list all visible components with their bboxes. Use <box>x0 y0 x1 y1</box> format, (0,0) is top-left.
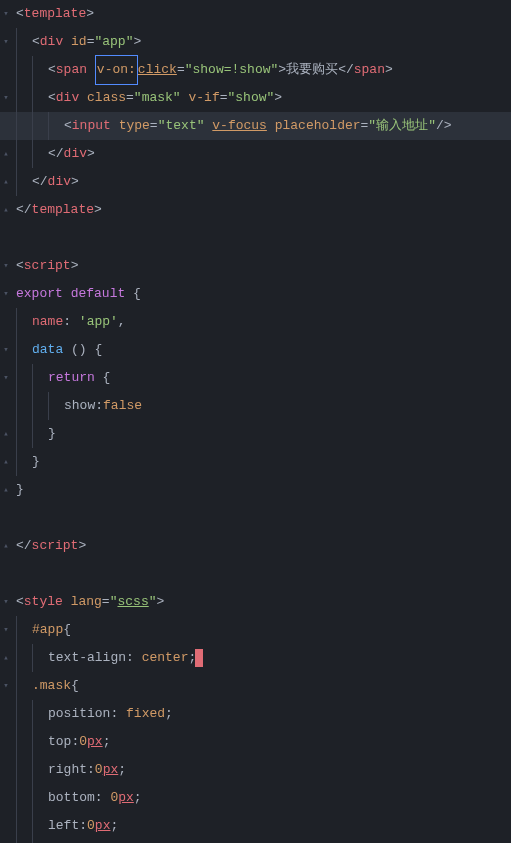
code-line[interactable]: name: 'app', <box>0 308 511 336</box>
token-tag: div <box>40 34 63 49</box>
fold-close-icon[interactable]: ▴ <box>3 644 8 672</box>
code-content[interactable]: data () { <box>12 336 511 364</box>
code-content[interactable]: return { <box>12 364 511 392</box>
code-content[interactable]: left:0px; <box>12 812 511 840</box>
code-content[interactable]: top:0px; <box>12 728 511 756</box>
code-content[interactable]: #app{ <box>12 616 511 644</box>
fold-close-icon[interactable]: ▴ <box>3 448 8 476</box>
fold-gutter[interactable]: ▾ <box>0 28 12 56</box>
code-content[interactable]: text-align: center; <box>12 644 511 672</box>
fold-open-icon[interactable]: ▾ <box>3 280 8 308</box>
code-line[interactable]: ▾<style lang="scss"> <box>0 588 511 616</box>
fold-close-icon[interactable]: ▴ <box>3 532 8 560</box>
fold-close-icon[interactable]: ▴ <box>3 196 8 224</box>
fold-open-icon[interactable]: ▾ <box>3 252 8 280</box>
code-content[interactable]: bottom: 0px; <box>12 784 511 812</box>
fold-open-icon[interactable]: ▾ <box>3 672 8 700</box>
code-content[interactable]: </div> <box>12 168 511 196</box>
fold-close-icon[interactable]: ▴ <box>3 420 8 448</box>
code-line[interactable]: ▴text-align: center; <box>0 644 511 672</box>
code-line[interactable]: <span v-on:click="show=!show">我要购买</span… <box>0 56 511 84</box>
code-line[interactable] <box>0 504 511 532</box>
fold-close-icon[interactable]: ▴ <box>3 476 8 504</box>
code-content[interactable]: <div class="mask" v-if="show"> <box>12 84 511 112</box>
fold-open-icon[interactable]: ▾ <box>3 0 8 28</box>
code-line[interactable]: ▴} <box>0 476 511 504</box>
code-content[interactable]: .mask{ <box>12 672 511 700</box>
selection-box: v-on: <box>95 55 138 85</box>
code-line[interactable]: ▾<div class="mask" v-if="show"> <box>0 84 511 112</box>
code-line[interactable]: ▴</template> <box>0 196 511 224</box>
fold-gutter[interactable]: ▴ <box>0 420 12 448</box>
code-line[interactable]: ▾return { <box>0 364 511 392</box>
fold-open-icon[interactable]: ▾ <box>3 336 8 364</box>
token-kw: default <box>71 286 126 301</box>
code-line[interactable]: ▾data () { <box>0 336 511 364</box>
fold-open-icon[interactable]: ▾ <box>3 588 8 616</box>
code-line[interactable]: show:false <box>0 392 511 420</box>
code-line[interactable]: ▴</div> <box>0 140 511 168</box>
code-line[interactable]: ▾export default { <box>0 280 511 308</box>
code-line[interactable] <box>0 560 511 588</box>
code-line[interactable] <box>0 224 511 252</box>
code-line[interactable]: right:0px; <box>0 756 511 784</box>
fold-gutter[interactable]: ▾ <box>0 252 12 280</box>
code-content[interactable]: </script> <box>12 532 511 560</box>
fold-gutter[interactable]: ▴ <box>0 196 12 224</box>
code-content[interactable]: <script> <box>12 252 511 280</box>
fold-open-icon[interactable]: ▾ <box>3 616 8 644</box>
code-content[interactable]: } <box>12 420 511 448</box>
code-line[interactable]: <input type="text" v-focus placeholder="… <box>0 112 511 140</box>
code-content[interactable]: <div id="app"> <box>12 28 511 56</box>
fold-gutter[interactable]: ▾ <box>0 672 12 700</box>
fold-gutter[interactable]: ▾ <box>0 84 12 112</box>
code-line[interactable]: ▴</div> <box>0 168 511 196</box>
code-line[interactable]: ▴} <box>0 448 511 476</box>
fold-gutter[interactable]: ▴ <box>0 448 12 476</box>
code-content[interactable]: show:false <box>12 392 511 420</box>
fold-gutter[interactable]: ▾ <box>0 364 12 392</box>
code-content[interactable]: right:0px; <box>12 756 511 784</box>
fold-gutter[interactable]: ▾ <box>0 616 12 644</box>
fold-gutter[interactable]: ▾ <box>0 336 12 364</box>
token-ident: position <box>48 706 110 721</box>
code-line[interactable]: ▾<template> <box>0 0 511 28</box>
code-content[interactable]: position: fixed; <box>12 700 511 728</box>
code-line[interactable]: position: fixed; <box>0 700 511 728</box>
code-line[interactable]: ▾<script> <box>0 252 511 280</box>
code-content[interactable]: <input type="text" v-focus placeholder="… <box>12 112 511 140</box>
fold-gutter[interactable]: ▴ <box>0 532 12 560</box>
code-line[interactable]: ▾<div id="app"> <box>0 28 511 56</box>
code-content[interactable]: <span v-on:click="show=!show">我要购买</span… <box>12 55 511 85</box>
token-tag: span <box>56 62 87 77</box>
code-line[interactable]: ▾.mask{ <box>0 672 511 700</box>
fold-open-icon[interactable]: ▾ <box>3 84 8 112</box>
code-content[interactable]: export default { <box>12 280 511 308</box>
code-content[interactable]: } <box>12 476 511 504</box>
fold-gutter[interactable]: ▾ <box>0 280 12 308</box>
fold-gutter[interactable]: ▾ <box>0 588 12 616</box>
code-line[interactable]: ▴</script> <box>0 532 511 560</box>
code-content[interactable]: </div> <box>12 140 511 168</box>
fold-gutter[interactable]: ▴ <box>0 644 12 672</box>
code-line[interactable]: ▴} <box>0 420 511 448</box>
fold-gutter[interactable]: ▴ <box>0 168 12 196</box>
fold-close-icon[interactable]: ▴ <box>3 168 8 196</box>
fold-gutter[interactable]: ▾ <box>0 0 12 28</box>
indent-guide <box>32 420 33 448</box>
code-content[interactable]: name: 'app', <box>12 308 511 336</box>
code-editor[interactable]: ▾<template>▾<div id="app"><span v-on:cli… <box>0 0 511 843</box>
code-line[interactable]: top:0px; <box>0 728 511 756</box>
code-line[interactable]: bottom: 0px; <box>0 784 511 812</box>
code-content[interactable]: } <box>12 448 511 476</box>
code-content[interactable]: </template> <box>12 196 511 224</box>
code-content[interactable]: <template> <box>12 0 511 28</box>
code-line[interactable]: ▾#app{ <box>0 616 511 644</box>
fold-gutter[interactable]: ▴ <box>0 140 12 168</box>
code-content[interactable]: <style lang="scss"> <box>12 588 511 616</box>
fold-gutter[interactable]: ▴ <box>0 476 12 504</box>
fold-close-icon[interactable]: ▴ <box>3 140 8 168</box>
fold-open-icon[interactable]: ▾ <box>3 364 8 392</box>
fold-open-icon[interactable]: ▾ <box>3 28 8 56</box>
code-line[interactable]: left:0px; <box>0 812 511 840</box>
